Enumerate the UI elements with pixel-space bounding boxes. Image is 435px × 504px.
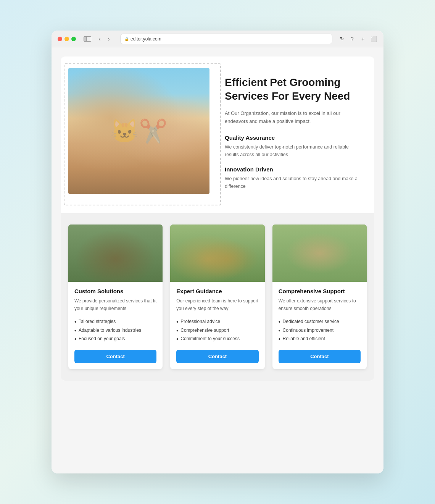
- card-support-list: Dedicated customer service Continuous im…: [279, 318, 361, 344]
- feature-innovation: Innovation Driven We pioneer new ideas a…: [225, 166, 363, 190]
- hero-section: Efficient Pet Grooming Services For Ever…: [61, 57, 374, 213]
- close-button[interactable]: [58, 37, 62, 41]
- list-item: Dedicated customer service: [279, 318, 361, 326]
- card-custom-description: We provide personalized services that fi…: [74, 297, 156, 312]
- back-button[interactable]: ‹: [96, 35, 103, 43]
- forward-button[interactable]: ›: [105, 35, 113, 43]
- hero-title: Efficient Pet Grooming Services For Ever…: [225, 76, 363, 103]
- lock-icon: 🔒: [124, 37, 128, 41]
- card-custom-list: Tailored strategies Adaptable to various…: [74, 318, 156, 344]
- card-custom-body: Custom Solutions We provide personalized…: [68, 282, 163, 369]
- sidebar-toggle-icon[interactable]: [84, 36, 91, 42]
- list-item: Professional advice: [176, 318, 258, 326]
- card-support-title: Comprehensive Support: [279, 288, 361, 294]
- feature-quality-title: Quality Assurance: [225, 134, 363, 141]
- browser-content: Efficient Pet Grooming Services For Ever…: [52, 47, 383, 473]
- card-expert-guidance: Expert Guidance Our experienced team is …: [170, 225, 264, 369]
- browser-chrome: ‹ › 🔒 editor.yola.com ↻ ? + ⬜: [52, 31, 383, 47]
- contact-button-3[interactable]: Contact: [279, 350, 361, 363]
- card-dogs-image: [170, 225, 264, 282]
- traffic-lights: [58, 37, 76, 41]
- list-item: Continuous improvement: [279, 326, 361, 335]
- feature-innovation-description: We pioneer new ideas and solutions to st…: [225, 175, 363, 190]
- list-item: Commitment to your success: [176, 335, 258, 344]
- card-custom-solutions: Custom Solutions We provide personalized…: [68, 225, 163, 369]
- new-tab-button[interactable]: +: [359, 35, 367, 43]
- cards-grid: Custom Solutions We provide personalized…: [68, 225, 367, 369]
- browser-actions: ? + ⬜: [348, 35, 377, 43]
- hero-image-container: [68, 68, 209, 194]
- nav-arrows: ‹ ›: [96, 35, 113, 43]
- card-expert-title: Expert Guidance: [176, 288, 258, 294]
- reload-icon[interactable]: ↻: [340, 36, 344, 42]
- card-support-body: Comprehensive Support We offer extensive…: [272, 282, 367, 369]
- feature-innovation-title: Innovation Driven: [225, 166, 363, 173]
- browser-window: ‹ › 🔒 editor.yola.com ↻ ? + ⬜ Efficient …: [52, 31, 383, 473]
- card-custom-title: Custom Solutions: [74, 288, 156, 294]
- cards-section: Custom Solutions We provide personalized…: [61, 213, 374, 381]
- card-comprehensive-support: Comprehensive Support We offer extensive…: [272, 225, 367, 369]
- page-content: Efficient Pet Grooming Services For Ever…: [61, 57, 374, 381]
- share-button[interactable]: ⬜: [370, 35, 377, 43]
- minimize-button[interactable]: [64, 37, 69, 41]
- help-button[interactable]: ?: [348, 35, 356, 43]
- feature-quality: Quality Assurance We consistently delive…: [225, 134, 363, 158]
- card-expert-list: Professional advice Comprehensive suppor…: [176, 318, 258, 344]
- card-expert-body: Expert Guidance Our experienced team is …: [170, 282, 264, 369]
- url-text: editor.yola.com: [130, 36, 161, 42]
- card-expert-description: Our experienced team is here to support …: [176, 297, 258, 312]
- card-support-description: We offer extensive support services to e…: [279, 297, 361, 312]
- card-cat-image: [68, 225, 163, 282]
- list-item: Adaptable to various industries: [74, 326, 156, 335]
- list-item: Tailored strategies: [74, 318, 156, 326]
- list-item: Focused on your goals: [74, 335, 156, 344]
- address-bar[interactable]: 🔒 editor.yola.com: [120, 34, 332, 44]
- hero-image: [68, 68, 209, 194]
- card-rabbit-image: [272, 225, 367, 282]
- hero-description: At Our Organization, our mission is to e…: [225, 110, 363, 126]
- list-item: Comprehensive support: [176, 326, 258, 335]
- maximize-button[interactable]: [71, 37, 76, 41]
- hero-text: Efficient Pet Grooming Services For Ever…: [225, 68, 363, 198]
- feature-quality-description: We consistently deliver top-notch perfor…: [225, 143, 363, 158]
- contact-button-2[interactable]: Contact: [176, 350, 258, 363]
- list-item: Reliable and efficient: [279, 335, 361, 344]
- contact-button-1[interactable]: Contact: [74, 350, 156, 363]
